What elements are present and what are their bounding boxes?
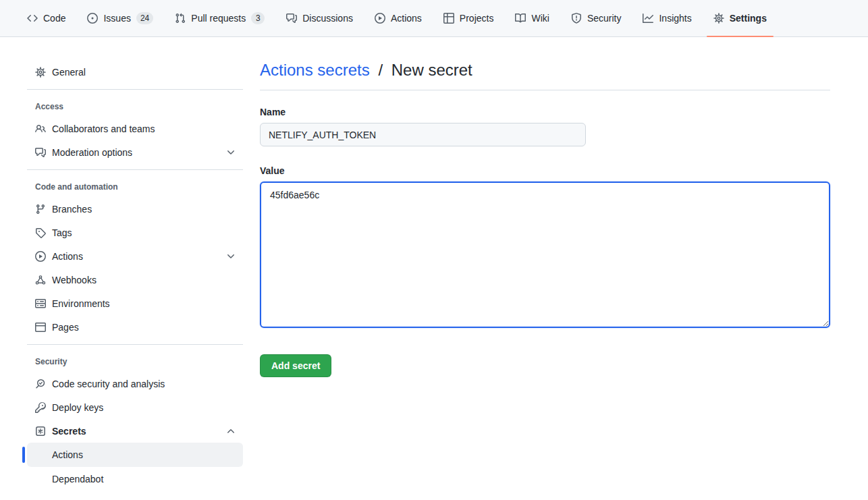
sidebar-item-label: Branches	[52, 204, 92, 215]
browser-icon	[35, 322, 46, 333]
actions-secrets-breadcrumb-link[interactable]: Actions secrets	[260, 61, 370, 79]
issue-opened-icon	[87, 13, 98, 24]
tab-insights[interactable]: Insights	[636, 0, 698, 36]
issues-counter-badge: 24	[136, 12, 153, 24]
sidebar-item-label: Deploy keys	[52, 402, 103, 413]
breadcrumb-separator: /	[378, 61, 383, 79]
tab-code[interactable]: Code	[20, 0, 72, 36]
sidebar-section-header-code-and-automation: Code and automation	[27, 175, 243, 197]
shield-icon	[571, 13, 582, 24]
tab-discussions[interactable]: Discussions	[279, 0, 360, 36]
tab-wiki[interactable]: Wiki	[508, 0, 555, 36]
tab-security[interactable]: Security	[564, 0, 628, 36]
code-icon	[27, 13, 38, 24]
sidebar-item-deploy-keys[interactable]: Deploy keys	[27, 395, 243, 419]
chevron-up-icon	[225, 426, 236, 437]
chevron-down-icon	[225, 147, 236, 158]
sidebar-item-pages[interactable]: Pages	[27, 315, 243, 339]
book-icon	[515, 13, 526, 24]
sidebar-divider	[27, 344, 243, 345]
tab-label: Issues	[103, 13, 130, 24]
page-title: Actions secrets / New secret	[260, 60, 830, 80]
tab-label: Pull requests	[191, 13, 246, 24]
sidebar-item-tags[interactable]: Tags	[27, 221, 243, 244]
table-icon	[443, 13, 454, 24]
key-icon	[35, 402, 46, 413]
tab-label: Discussions	[302, 13, 353, 24]
sidebar-item-label: Webhooks	[52, 275, 97, 285]
sidebar-item-label: Collaborators and teams	[52, 123, 155, 134]
tab-actions[interactable]: Actions	[368, 0, 429, 36]
tab-issues[interactable]: Issues 24	[80, 0, 160, 36]
sidebar-item-webhooks[interactable]: Webhooks	[27, 268, 243, 291]
secret-name-label: Name	[260, 107, 830, 117]
sidebar-item-label: Dependabot	[52, 474, 103, 484]
tab-projects[interactable]: Projects	[437, 0, 501, 36]
tab-label: Settings	[730, 13, 767, 24]
key-asterisk-icon	[35, 426, 46, 437]
sidebar-item-label: General	[52, 67, 86, 78]
sidebar-section-header-access: Access	[27, 95, 243, 117]
git-pull-request-icon	[175, 13, 186, 24]
sidebar-divider	[27, 89, 243, 90]
secret-name-input[interactable]	[260, 123, 586, 146]
secret-name-group: Name	[260, 107, 830, 146]
sidebar-section-header-security: Security	[27, 350, 243, 372]
sidebar-item-secrets[interactable]: Secrets	[27, 419, 243, 443]
tab-label: Projects	[460, 13, 494, 24]
secret-value-label: Value	[260, 165, 830, 176]
sidebar-item-label: Tags	[52, 227, 72, 238]
sidebar-divider	[27, 169, 243, 170]
breadcrumb-current: New secret	[391, 61, 472, 79]
settings-sidebar: General Access Collaborators and teams M…	[27, 60, 243, 491]
secret-value-group: Value 45fd6ae56c	[260, 165, 830, 330]
comment-discussion-icon	[286, 13, 297, 24]
sidebar-item-general[interactable]: General	[27, 60, 243, 84]
sidebar-item-label: Secrets	[52, 426, 86, 437]
secret-value-textarea[interactable]: 45fd6ae56c	[260, 182, 830, 328]
tab-label: Security	[587, 13, 622, 24]
tag-icon	[35, 227, 46, 238]
tab-pull-requests[interactable]: Pull requests 3	[168, 0, 271, 36]
sidebar-subitem-secrets-actions[interactable]: Actions	[27, 443, 243, 467]
add-secret-button[interactable]: Add secret	[260, 354, 331, 377]
git-branch-icon	[35, 204, 46, 215]
server-icon	[35, 298, 46, 309]
tab-label: Insights	[659, 13, 691, 24]
sidebar-item-label: Actions	[52, 449, 83, 460]
comment-discussion-icon	[35, 147, 46, 158]
sidebar-item-actions[interactable]: Actions	[27, 244, 243, 268]
sidebar-item-label: Actions	[52, 251, 83, 262]
new-secret-panel: Actions secrets / New secret Name Value …	[260, 60, 830, 491]
tab-settings[interactable]: Settings	[707, 0, 774, 36]
sidebar-subitem-secrets-dependabot[interactable]: Dependabot	[27, 467, 243, 491]
play-icon	[35, 251, 46, 262]
webhook-icon	[35, 275, 46, 285]
repo-tab-bar: Code Issues 24 Pull requests 3 Discussio…	[0, 0, 868, 37]
chevron-down-icon	[225, 251, 236, 262]
sidebar-item-code-security-and-analysis[interactable]: Code security and analysis	[27, 372, 243, 395]
tab-label: Code	[43, 13, 65, 24]
title-divider	[260, 90, 830, 90]
sidebar-item-moderation-options[interactable]: Moderation options	[27, 140, 243, 164]
play-icon	[375, 13, 385, 24]
tab-label: Wiki	[531, 13, 549, 24]
sidebar-item-label: Code security and analysis	[52, 379, 165, 389]
gear-icon	[713, 13, 724, 24]
pull-requests-counter-badge: 3	[251, 12, 265, 24]
gear-icon	[35, 67, 46, 78]
sidebar-item-environments[interactable]: Environments	[27, 291, 243, 315]
sidebar-item-label: Moderation options	[52, 147, 132, 158]
people-icon	[35, 123, 46, 134]
sidebar-item-label: Environments	[52, 298, 110, 309]
sidebar-item-label: Pages	[52, 322, 79, 333]
sidebar-item-branches[interactable]: Branches	[27, 197, 243, 221]
sidebar-item-collaborators-and-teams[interactable]: Collaborators and teams	[27, 117, 243, 140]
graph-icon	[643, 13, 653, 24]
codescan-icon	[35, 379, 46, 389]
tab-label: Actions	[391, 13, 422, 24]
